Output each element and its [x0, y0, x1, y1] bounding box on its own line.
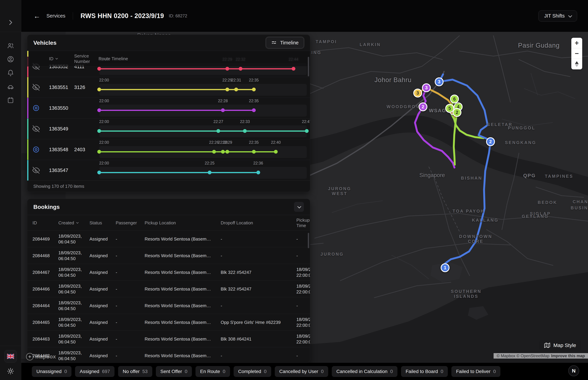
route-stop-marker[interactable]: 6	[450, 95, 459, 103]
booking-row[interactable]: 208446718/09/2023,06:04:50Assigned-Resor…	[27, 264, 310, 281]
booking-dropoff-location: Blk 322 #54247	[221, 269, 251, 275]
zoom-out-button[interactable]: −	[571, 48, 582, 59]
chevron-down-icon	[568, 14, 572, 18]
status-filter-badge[interactable]: Failed to Board0	[401, 366, 448, 377]
booking-status: Assigned	[90, 253, 108, 259]
bookings-column-header: ID Created Status Passenger Pickup Locat…	[27, 215, 310, 231]
status-filter-badge[interactable]: Cancelled in Calculation0	[332, 366, 398, 377]
vehicles-panel-title: Vehicles	[33, 39, 57, 46]
route-stop-marker[interactable]: 3	[422, 83, 431, 92]
improve-map-link[interactable]: Improve this map	[551, 353, 585, 358]
visibility-on-icon[interactable]	[32, 146, 40, 153]
theme-toggle-button[interactable]	[7, 367, 15, 375]
shift-type-dropdown[interactable]: JIT Shifts	[538, 10, 577, 22]
vehicle-row[interactable]: 136354722:0022:2522:36	[27, 160, 310, 181]
route-stop-marker[interactable]: 2	[453, 108, 461, 117]
status-filter-badge[interactable]: Assigned697	[75, 366, 114, 377]
map-zoom-control: + −	[571, 38, 582, 69]
visibility-off-icon[interactable]	[32, 167, 40, 174]
mapbox-logo[interactable]: mapbox	[26, 353, 56, 361]
route-stop-marker[interactable]: 1	[441, 263, 450, 272]
booking-pickup-time: -	[296, 253, 298, 259]
timeline-view-toggle[interactable]: Timeline	[266, 37, 304, 48]
booking-row[interactable]: 208446218/09/2023,06:04:50Assigned-Resor…	[27, 347, 310, 363]
status-filter-badge[interactable]: Cancelled by User0	[275, 366, 328, 377]
booking-row[interactable]: 208446418/09/2023,06:04:50Assigned-Resor…	[27, 297, 310, 314]
timeline-stop-dot	[274, 150, 278, 153]
vehicle-row[interactable]: 1363548240322:0022:2622:2822:2922:3522:4…	[27, 139, 310, 160]
bookings-scrollbar[interactable]	[308, 233, 309, 248]
timeline-time-label: 22:00	[99, 140, 109, 145]
sidebar-item-vehicles[interactable]	[7, 83, 15, 91]
timeline-time-label: 22:35	[249, 99, 259, 103]
booking-created: 18/09/2023,06:04:50	[58, 250, 82, 262]
status-filter-badge[interactable]: Unassigned0	[32, 366, 72, 377]
booking-row[interactable]: 208446818/09/2023,06:04:50Assigned-Resor…	[27, 247, 310, 264]
attribution-links[interactable]: © Mapbox © OpenStreetMap	[497, 353, 549, 358]
booking-id: 2084467	[33, 269, 50, 275]
booking-pickup-time: -	[296, 353, 298, 359]
bookings-collapse-button[interactable]	[294, 202, 304, 212]
visibility-off-icon[interactable]	[32, 125, 40, 133]
vehicle-id: 1363549	[49, 126, 68, 132]
route-timeline-track: 22:0022:2922:3122:35	[99, 77, 307, 98]
badge-label: Sent Offer	[160, 369, 182, 374]
route-timeline-line	[99, 151, 276, 152]
north-indicator[interactable]: N	[568, 365, 579, 376]
route-stop-marker[interactable]: 2	[418, 102, 427, 111]
route-stop-marker[interactable]: 3	[435, 77, 444, 86]
vehicle-service-number: 3126	[74, 85, 85, 90]
status-filter-badge[interactable]: Completed0	[234, 366, 271, 377]
badge-label: Assigned	[80, 369, 99, 374]
timeline-stop-dot	[243, 129, 247, 133]
vehicle-id: 1363550	[49, 105, 68, 111]
route-stop-marker[interactable]: 2	[486, 137, 495, 146]
booking-row[interactable]: 208446918/09/2023,06:04:50Assigned-Resor…	[27, 231, 310, 247]
booking-status: Assigned	[90, 320, 108, 325]
status-filter-badge[interactable]: En Route0	[195, 366, 230, 377]
booking-passenger: -	[116, 236, 117, 242]
route-stop-marker[interactable]: 3	[413, 89, 422, 97]
visibility-on-icon[interactable]	[32, 104, 40, 112]
sidebar-item-schedule[interactable]	[7, 96, 15, 104]
status-filter-badge[interactable]: Sent Offer0	[156, 366, 192, 377]
booking-pickup-location: Resorts World Sentosa (Basemen…	[145, 336, 213, 342]
chevron-down-icon	[297, 205, 301, 209]
booking-row[interactable]: 208446518/09/2023,06:04:50Assigned-Resor…	[27, 314, 310, 331]
vehicles-scrollbar[interactable]	[308, 57, 309, 76]
sidebar	[0, 0, 21, 380]
visibility-off-icon[interactable]	[32, 83, 40, 91]
compass-pitch-button[interactable]	[571, 59, 582, 69]
column-service-number: Service Number	[74, 53, 101, 64]
chevron-right-icon	[7, 19, 14, 26]
booking-row[interactable]: 208446618/09/2023,06:04:50Assigned-Resor…	[27, 281, 310, 297]
sort-chevron-icon	[76, 221, 79, 224]
route-timeline-line	[99, 68, 293, 69]
route-timeline-track: 22:0022:2522:36	[99, 160, 307, 181]
column-id-sort[interactable]: ID	[49, 56, 57, 61]
booking-pickup-location: Resorts World Sentosa (Basemen…	[145, 320, 213, 325]
sidebar-item-notifications[interactable]	[7, 69, 15, 77]
vehicle-row[interactable]: 1363551312622:0022:2922:3122:35	[27, 77, 310, 98]
language-selector-button[interactable]	[4, 350, 17, 363]
timeline-button-label: Timeline	[280, 40, 299, 46]
user-circle-icon	[7, 56, 14, 63]
booking-passenger: -	[116, 303, 117, 308]
booking-status: Assigned	[90, 336, 108, 342]
sidebar-item-users[interactable]	[7, 42, 15, 50]
timeline-time-label: 22:27	[213, 119, 223, 124]
badge-label: Failed to Board	[406, 369, 438, 374]
status-filter-badge[interactable]: No offer53	[118, 366, 152, 377]
booking-row[interactable]: 208446318/09/2023,06:04:50Assigned-Resor…	[27, 331, 310, 347]
sidebar-item-drivers[interactable]	[7, 55, 15, 63]
vehicle-row[interactable]: 136354922:0022:2722:3322:47	[27, 118, 310, 139]
column-route-timeline: Route Timeline	[98, 56, 128, 61]
zoom-in-button[interactable]: +	[571, 38, 582, 48]
column-created-sort[interactable]: Created	[58, 220, 78, 225]
vehicle-row[interactable]: 136355022:0022:2822:35	[27, 98, 310, 118]
back-button[interactable]: ←	[34, 13, 40, 19]
map-style-button[interactable]: Map Style	[539, 340, 581, 351]
breadcrumb-services[interactable]: Services	[46, 13, 65, 19]
status-filter-badge[interactable]: Failed to Deliver0	[451, 366, 500, 377]
sidebar-expand-button[interactable]	[7, 19, 15, 26]
